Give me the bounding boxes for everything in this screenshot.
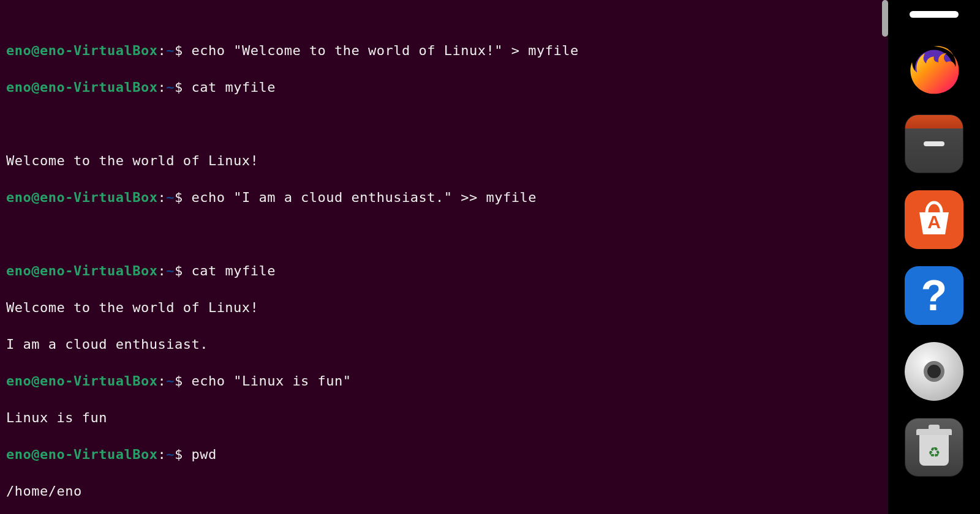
- terminal-line: eno@eno-VirtualBox:~$ cat myfile: [6, 78, 882, 97]
- terminal-output: Linux is fun: [6, 409, 882, 427]
- files-icon[interactable]: [905, 114, 963, 173]
- terminal-output: I am a cloud enthusiast.: [6, 335, 882, 354]
- terminal-line: eno@eno-VirtualBox:~$ echo "Welcome to t…: [6, 42, 882, 60]
- dock: A ? ♻: [888, 0, 980, 514]
- terminal-output: /home/eno: [6, 482, 882, 501]
- terminal-line: eno@eno-VirtualBox:~$ pwd: [6, 445, 882, 464]
- terminal-line: eno@eno-VirtualBox:~$ echo "Linux is fun…: [6, 372, 882, 390]
- disc-icon[interactable]: [905, 342, 963, 401]
- command-text: echo "Welcome to the world of Linux!" > …: [191, 43, 578, 58]
- help-icon[interactable]: ?: [905, 266, 963, 325]
- terminal-blank-line: [6, 115, 882, 133]
- firefox-icon[interactable]: [905, 39, 963, 97]
- terminal-line: eno@eno-VirtualBox:~$ echo "I am a cloud…: [6, 188, 882, 207]
- scrollbar-thumb[interactable]: [882, 0, 888, 37]
- terminal[interactable]: eno@eno-VirtualBox:~$ echo "Welcome to t…: [0, 0, 888, 514]
- terminal-blank-line: [6, 225, 882, 244]
- dock-handle: [910, 11, 959, 18]
- terminal-output: Welcome to the world of Linux!: [6, 299, 882, 317]
- prompt-host: eno-VirtualBox: [40, 43, 157, 58]
- prompt-user: eno: [6, 43, 31, 58]
- trash-icon[interactable]: ♻: [905, 418, 963, 477]
- prompt-path: ~: [166, 43, 175, 58]
- ubuntu-software-icon[interactable]: A: [905, 190, 963, 249]
- svg-text:A: A: [927, 212, 941, 232]
- terminal-line: eno@eno-VirtualBox:~$ cat myfile: [6, 262, 882, 280]
- terminal-output: Welcome to the world of Linux!: [6, 152, 882, 170]
